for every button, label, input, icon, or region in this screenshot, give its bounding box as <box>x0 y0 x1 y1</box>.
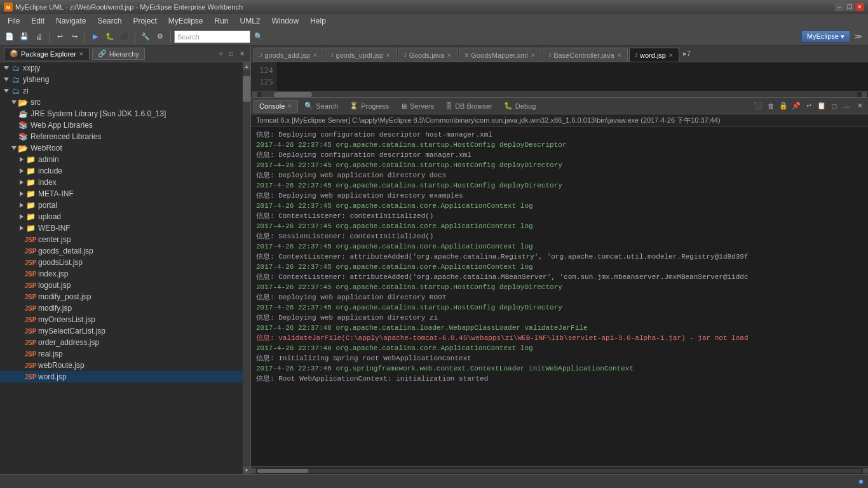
tree-item-center-jsp[interactable]: JSP center.jsp <box>0 234 243 245</box>
menu-run[interactable]: Run <box>209 15 233 27</box>
tree-item-jre[interactable]: ☕ JRE System Library [Sun JDK 1.6.0_13] <box>0 108 243 119</box>
tab-word-jsp[interactable]: J word.jsp ✕ <box>629 48 679 62</box>
console-tab-close[interactable]: ✕ <box>287 103 292 109</box>
console-stop-btn[interactable]: ⬛ <box>752 100 764 112</box>
tree-scroll-thumb[interactable] <box>243 76 250 102</box>
tree-item-myorderslist-jsp[interactable]: JSP myOrdersList.jsp <box>0 314 243 325</box>
tree-item-logout-jsp[interactable]: JSP logout.jsp <box>0 280 243 291</box>
console-output[interactable]: 信息: Deploying configuration descriptor h… <box>251 127 868 466</box>
menu-help[interactable]: Help <box>305 15 331 27</box>
menu-myeclipse[interactable]: MyEclipse <box>163 15 208 27</box>
tree-scroll-up[interactable]: ▲ <box>243 62 250 70</box>
console-copy-btn[interactable]: 📋 <box>816 100 827 112</box>
editor-hscrollbar[interactable] <box>251 91 868 97</box>
tab-close-goods-java[interactable]: ✕ <box>447 52 452 58</box>
tree-item-admin[interactable]: 📁 admin <box>0 154 243 165</box>
tree-scroll-down[interactable]: ▼ <box>243 466 250 474</box>
tree-item-upload[interactable]: 📁 upload <box>0 211 243 222</box>
console-tab-dbbrowser[interactable]: 🗄 DB Browser <box>440 100 498 112</box>
console-word-wrap[interactable]: ↵ <box>803 100 815 112</box>
tree-item-index-jsp[interactable]: JSP index.jsp <box>0 268 243 280</box>
tree-item-src[interactable]: 📂 src <box>0 97 243 108</box>
tree-item-modify-post-jsp[interactable]: JSP modify_post.jsp <box>0 291 243 302</box>
tab-overflow[interactable]: ▸7 <box>681 50 693 58</box>
toolbar-stop[interactable]: ⬛ <box>118 30 132 44</box>
tree-item-webroute-jsp[interactable]: JSP webRoute.jsp <box>0 360 243 371</box>
tree-item-myselectcarlist-jsp[interactable]: JSP mySelectCarList.jsp <box>0 325 243 337</box>
maximize-panel-btn[interactable]: □ <box>227 50 236 58</box>
tab-close-goodsmapper[interactable]: ✕ <box>531 52 536 58</box>
search-combo[interactable]: Search <box>174 30 250 43</box>
toolbar-btn-8[interactable]: 🔧 <box>139 30 153 44</box>
menu-edit[interactable]: Edit <box>26 15 50 27</box>
console-tab-console[interactable]: Console ✕ <box>254 100 298 112</box>
toolbar-debug[interactable]: 🐛 <box>103 30 117 44</box>
toolbar-btn-4[interactable]: ↩ <box>53 30 67 44</box>
menu-navigate[interactable]: Navigate <box>51 15 91 27</box>
tree-scroll[interactable]: 🗂 xxpjy 🗂 yisheng 🗂 zi <box>0 62 243 474</box>
new-button[interactable]: 📄 <box>3 30 17 44</box>
toolbar-btn-9[interactable]: ⚙ <box>153 30 167 44</box>
toolbar-btn-3[interactable]: 🖨 <box>32 30 46 44</box>
tree-item-zi[interactable]: 🗂 zi <box>0 85 243 97</box>
close-panel-btn[interactable]: ✕ <box>238 50 247 58</box>
toolbar-run[interactable]: ▶ <box>88 30 102 44</box>
tree-item-real-jsp[interactable]: JSP real.jsp <box>0 348 243 360</box>
tab-goods-updt[interactable]: J goods_updt.jsp ✕ <box>325 48 397 62</box>
hscroll-thumb[interactable] <box>274 92 312 97</box>
menu-search[interactable]: Search <box>92 15 126 27</box>
tab-close-icon[interactable]: ✕ <box>79 51 84 57</box>
search-button[interactable]: 🔍 <box>252 30 266 44</box>
console-tab-servers[interactable]: 🖥 Servers <box>395 100 439 112</box>
tree-item-include[interactable]: 📁 include <box>0 165 243 177</box>
console-clear-btn[interactable]: 🗑 <box>765 100 776 112</box>
tree-item-meta-inf[interactable]: 📁 META-INF <box>0 188 243 200</box>
tree-item-portal[interactable]: 📁 portal <box>0 200 243 211</box>
console-pin-btn[interactable]: 📌 <box>790 100 802 112</box>
toolbar-btn-5[interactable]: ↪ <box>67 30 81 44</box>
console-tab-debug[interactable]: 🐛 Debug <box>499 100 541 112</box>
tree-vscroll[interactable]: ▲ ▼ <box>243 62 250 474</box>
tree-item-order-address-jsp[interactable]: JSP order_address.jsp <box>0 337 243 348</box>
collapse-btn[interactable]: ▿ <box>216 50 225 58</box>
tab-package-explorer[interactable]: 📦 Package Explorer ✕ <box>4 48 90 60</box>
menu-project[interactable]: Project <box>128 15 161 27</box>
menu-file[interactable]: File <box>3 15 25 27</box>
tab-goods-java[interactable]: J Goods.java ✕ <box>398 48 458 62</box>
close-button[interactable]: ✕ <box>855 3 864 11</box>
tab-goods-add[interactable]: J goods_add.jsp ✕ <box>254 48 323 62</box>
tab-close-goods-add[interactable]: ✕ <box>313 52 318 58</box>
tab-goodsmapper[interactable]: X GoodsMapper.xml ✕ <box>459 48 541 62</box>
toolbar-corner-btn[interactable]: ≫ <box>851 30 865 44</box>
tab-hierarchy[interactable]: 🔗 Hierarchy <box>92 48 145 60</box>
console-close-view[interactable]: ✕ <box>854 100 865 112</box>
menu-window[interactable]: Window <box>267 15 304 27</box>
tree-item-yisheng[interactable]: 🗂 yisheng <box>0 74 243 85</box>
console-minimize-btn[interactable]: — <box>841 100 853 112</box>
myeclipse-button[interactable]: MyEclipse ▾ <box>801 30 850 43</box>
code-content[interactable] <box>276 62 868 91</box>
console-tab-search[interactable]: 🔍 Search <box>299 100 343 112</box>
tree-item-modify-jsp[interactable]: JSP modify.jsp <box>0 302 243 314</box>
menu-uml2[interactable]: UML2 <box>235 15 266 27</box>
tree-item-goodslist-jsp[interactable]: JSP goodsList.jsp <box>0 257 243 268</box>
restore-button[interactable]: ❐ <box>845 3 854 11</box>
tree-item-index-folder[interactable]: 📁 index <box>0 177 243 188</box>
console-maximize[interactable]: □ <box>829 100 840 112</box>
tree-item-xxpjy[interactable]: 🗂 xxpjy <box>0 62 243 74</box>
console-tab-progress[interactable]: ⏳ Progress <box>344 100 394 112</box>
tab-basecontroller[interactable]: J BaseController.java ✕ <box>543 48 628 62</box>
tree-item-goods-detail-jsp[interactable]: JSP goods_detail.jsp <box>0 245 243 257</box>
console-hscrollbar[interactable] <box>251 466 868 474</box>
console-scroll-lock[interactable]: 🔒 <box>778 100 789 112</box>
tree-item-reflib[interactable]: 📚 Referenced Libraries <box>0 131 243 142</box>
tab-close-goods-updt[interactable]: ✕ <box>386 52 391 58</box>
tree-item-webapplib[interactable]: 📚 Web App Libraries <box>0 119 243 131</box>
tree-item-web-inf[interactable]: 📁 WEB-INF <box>0 222 243 234</box>
tree-item-webroot[interactable]: 📂 WebRoot <box>0 142 243 154</box>
toolbar-btn-2[interactable]: 💾 <box>17 30 31 44</box>
tree-item-word-jsp[interactable]: JSP word.jsp <box>0 371 243 383</box>
tab-close-basecontroller[interactable]: ✕ <box>617 52 622 58</box>
minimize-button[interactable]: – <box>835 3 844 11</box>
tab-close-word[interactable]: ✕ <box>668 52 674 58</box>
